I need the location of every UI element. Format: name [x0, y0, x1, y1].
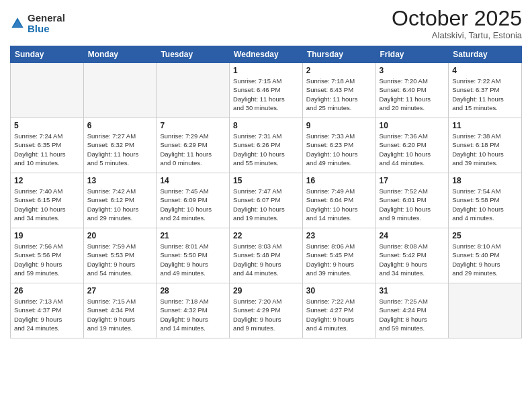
day-number: 1: [233, 66, 299, 75]
day-info: Sunrise: 7:20 AMSunset: 6:40 PMDaylight:…: [380, 77, 445, 112]
day-info: Sunrise: 7:31 AMSunset: 6:26 PMDaylight:…: [233, 132, 299, 167]
day-info: Sunrise: 7:40 AMSunset: 6:15 PMDaylight:…: [14, 187, 80, 222]
day-number: 14: [160, 176, 226, 185]
day-number: 20: [87, 231, 153, 240]
day-number: 31: [380, 286, 445, 295]
day-number: 11: [452, 121, 518, 130]
calendar-cell: 4Sunrise: 7:22 AMSunset: 6:37 PMDaylight…: [449, 63, 522, 118]
day-number: 28: [160, 286, 226, 295]
calendar-cell: 3Sunrise: 7:20 AMSunset: 6:40 PMDaylight…: [375, 63, 449, 118]
calendar-cell: [83, 63, 157, 118]
calendar-cell: 30Sunrise: 7:22 AMSunset: 4:27 PMDayligh…: [302, 283, 375, 338]
calendar-cell: 10Sunrise: 7:36 AMSunset: 6:20 PMDayligh…: [375, 118, 449, 173]
calendar-cell: [449, 283, 522, 338]
calendar-header-thursday: Thursday: [302, 46, 375, 63]
day-info: Sunrise: 7:22 AMSunset: 6:37 PMDaylight:…: [452, 77, 518, 112]
day-info: Sunrise: 7:33 AMSunset: 6:23 PMDaylight:…: [306, 132, 372, 167]
calendar-cell: 16Sunrise: 7:49 AMSunset: 6:04 PMDayligh…: [302, 173, 375, 228]
day-info: Sunrise: 8:10 AMSunset: 5:40 PMDaylight:…: [452, 242, 518, 277]
calendar-week-4: 19Sunrise: 7:56 AMSunset: 5:56 PMDayligh…: [11, 228, 522, 283]
day-info: Sunrise: 7:38 AMSunset: 6:18 PMDaylight:…: [452, 132, 518, 167]
calendar-cell: 12Sunrise: 7:40 AMSunset: 6:15 PMDayligh…: [11, 173, 84, 228]
logo-general-text: General: [28, 13, 65, 24]
location: Alatskivi, Tartu, Estonia: [392, 30, 522, 40]
title-block: October 2025 Alatskivi, Tartu, Estonia: [392, 7, 522, 40]
calendar-cell: 29Sunrise: 7:20 AMSunset: 4:29 PMDayligh…: [230, 283, 303, 338]
day-number: 19: [14, 231, 80, 240]
calendar-header-wednesday: Wednesday: [230, 46, 303, 63]
calendar-header-row: SundayMondayTuesdayWednesdayThursdayFrid…: [11, 46, 522, 63]
day-number: 30: [306, 286, 372, 295]
calendar-cell: 2Sunrise: 7:18 AMSunset: 6:43 PMDaylight…: [302, 63, 375, 118]
calendar-week-2: 5Sunrise: 7:24 AMSunset: 6:35 PMDaylight…: [11, 118, 522, 173]
day-number: 13: [87, 176, 153, 185]
day-number: 16: [306, 176, 372, 185]
calendar-week-5: 26Sunrise: 7:13 AMSunset: 4:37 PMDayligh…: [11, 283, 522, 338]
calendar-cell: 17Sunrise: 7:52 AMSunset: 6:01 PMDayligh…: [375, 173, 449, 228]
day-number: 18: [452, 176, 518, 185]
calendar-cell: 31Sunrise: 7:25 AMSunset: 4:24 PMDayligh…: [375, 283, 449, 338]
calendar-header-tuesday: Tuesday: [157, 46, 230, 63]
day-info: Sunrise: 7:54 AMSunset: 5:58 PMDaylight:…: [452, 187, 518, 222]
day-info: Sunrise: 7:36 AMSunset: 6:20 PMDaylight:…: [380, 132, 445, 167]
day-info: Sunrise: 8:01 AMSunset: 5:50 PMDaylight:…: [160, 242, 226, 277]
calendar-cell: 19Sunrise: 7:56 AMSunset: 5:56 PMDayligh…: [11, 228, 84, 283]
calendar-cell: 27Sunrise: 7:15 AMSunset: 4:34 PMDayligh…: [83, 283, 157, 338]
day-info: Sunrise: 7:52 AMSunset: 6:01 PMDaylight:…: [380, 187, 445, 222]
day-number: 24: [380, 231, 445, 240]
day-info: Sunrise: 7:29 AMSunset: 6:29 PMDaylight:…: [160, 132, 226, 167]
day-info: Sunrise: 7:47 AMSunset: 6:07 PMDaylight:…: [233, 187, 299, 222]
day-info: Sunrise: 7:15 AMSunset: 6:46 PMDaylight:…: [233, 77, 299, 112]
calendar-cell: 23Sunrise: 8:06 AMSunset: 5:45 PMDayligh…: [302, 228, 375, 283]
day-number: 3: [380, 66, 445, 75]
day-number: 27: [87, 286, 153, 295]
day-info: Sunrise: 7:22 AMSunset: 4:27 PMDaylight:…: [306, 297, 372, 332]
calendar-cell: 28Sunrise: 7:18 AMSunset: 4:32 PMDayligh…: [157, 283, 230, 338]
calendar-week-3: 12Sunrise: 7:40 AMSunset: 6:15 PMDayligh…: [11, 173, 522, 228]
day-info: Sunrise: 7:27 AMSunset: 6:32 PMDaylight:…: [87, 132, 153, 167]
calendar-cell: [11, 63, 84, 118]
header: General Blue October 2025 Alatskivi, Tar…: [10, 7, 522, 40]
day-number: 8: [233, 121, 299, 130]
calendar-cell: 20Sunrise: 7:59 AMSunset: 5:53 PMDayligh…: [83, 228, 157, 283]
month-title: October 2025: [392, 7, 522, 30]
day-info: Sunrise: 8:03 AMSunset: 5:48 PMDaylight:…: [233, 242, 299, 277]
logo-icon: [10, 16, 25, 31]
day-info: Sunrise: 7:18 AMSunset: 6:43 PMDaylight:…: [306, 77, 372, 112]
day-number: 22: [233, 231, 299, 240]
calendar-header-saturday: Saturday: [449, 46, 522, 63]
day-info: Sunrise: 7:24 AMSunset: 6:35 PMDaylight:…: [14, 132, 80, 167]
calendar-cell: 1Sunrise: 7:15 AMSunset: 6:46 PMDaylight…: [230, 63, 303, 118]
day-info: Sunrise: 7:42 AMSunset: 6:12 PMDaylight:…: [87, 187, 153, 222]
day-number: 26: [14, 286, 80, 295]
calendar-cell: 7Sunrise: 7:29 AMSunset: 6:29 PMDaylight…: [157, 118, 230, 173]
calendar-cell: 14Sunrise: 7:45 AMSunset: 6:09 PMDayligh…: [157, 173, 230, 228]
day-number: 4: [452, 66, 518, 75]
calendar-cell: 8Sunrise: 7:31 AMSunset: 6:26 PMDaylight…: [230, 118, 303, 173]
calendar-cell: [157, 63, 230, 118]
day-number: 5: [14, 121, 80, 130]
calendar-table: SundayMondayTuesdayWednesdayThursdayFrid…: [10, 46, 522, 338]
day-info: Sunrise: 8:06 AMSunset: 5:45 PMDaylight:…: [306, 242, 372, 277]
day-number: 21: [160, 231, 226, 240]
day-number: 7: [160, 121, 226, 130]
calendar-cell: 5Sunrise: 7:24 AMSunset: 6:35 PMDaylight…: [11, 118, 84, 173]
day-number: 10: [380, 121, 445, 130]
day-info: Sunrise: 7:49 AMSunset: 6:04 PMDaylight:…: [306, 187, 372, 222]
day-number: 6: [87, 121, 153, 130]
day-info: Sunrise: 7:20 AMSunset: 4:29 PMDaylight:…: [233, 297, 299, 332]
calendar-cell: 21Sunrise: 8:01 AMSunset: 5:50 PMDayligh…: [157, 228, 230, 283]
day-info: Sunrise: 8:08 AMSunset: 5:42 PMDaylight:…: [380, 242, 445, 277]
day-number: 12: [14, 176, 80, 185]
calendar-week-1: 1Sunrise: 7:15 AMSunset: 6:46 PMDaylight…: [11, 63, 522, 118]
day-info: Sunrise: 7:56 AMSunset: 5:56 PMDaylight:…: [14, 242, 80, 277]
day-info: Sunrise: 7:59 AMSunset: 5:53 PMDaylight:…: [87, 242, 153, 277]
page-container: General Blue October 2025 Alatskivi, Tar…: [0, 0, 532, 411]
calendar-header-friday: Friday: [375, 46, 449, 63]
logo: General Blue: [10, 13, 65, 35]
calendar-cell: 18Sunrise: 7:54 AMSunset: 5:58 PMDayligh…: [449, 173, 522, 228]
calendar-header-sunday: Sunday: [11, 46, 84, 63]
day-number: 23: [306, 231, 372, 240]
day-number: 25: [452, 231, 518, 240]
day-info: Sunrise: 7:15 AMSunset: 4:34 PMDaylight:…: [87, 297, 153, 332]
